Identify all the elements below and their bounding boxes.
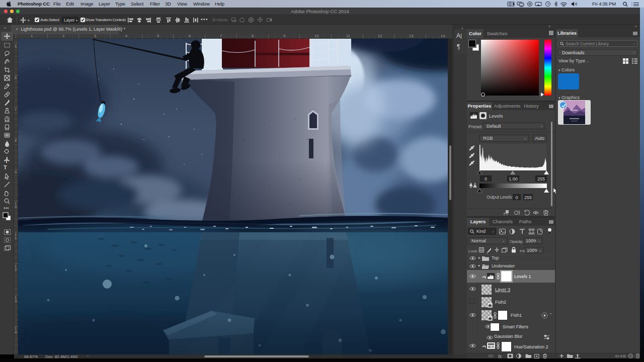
svg-text:fx: fx: [498, 354, 502, 359]
svg-text:Adobe: Adobe: [571, 109, 578, 112]
